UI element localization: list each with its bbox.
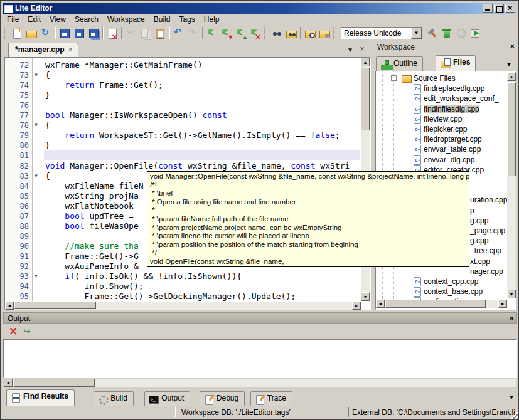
maximize-button[interactable] [494, 4, 504, 13]
editor-tab-manager-cpp[interactable]: *manager.cpp× [8, 43, 78, 57]
menu-help[interactable]: Help [200, 14, 224, 24]
output-hscrollbar[interactable]: ◄ [4, 379, 516, 387]
bookmark-clear-button[interactable] [248, 26, 262, 40]
bookmark-toggle-button[interactable] [205, 26, 219, 40]
find-symbol-button[interactable] [317, 26, 331, 40]
line-number: 73 [5, 70, 29, 80]
redo-button[interactable] [186, 26, 200, 40]
tab-close-button[interactable]: × [360, 44, 365, 53]
cpp-file-icon [412, 114, 422, 124]
bookmark-prev-button[interactable] [233, 26, 248, 40]
find-in-files-button[interactable] [284, 26, 298, 40]
tree-item[interactable]: context_cpp.cpp [376, 276, 516, 286]
tree-item[interactable]: filedroptarget.cpp [376, 134, 516, 144]
build-config-select[interactable]: Release Unicode▼ [341, 27, 422, 39]
code-text: { [45, 70, 360, 80]
line-number: 89 [5, 231, 29, 241]
tree-vscrollbar[interactable]: ▲ ▼ [507, 72, 516, 298]
run-button[interactable] [468, 26, 483, 40]
bottom-tab-label: Output [161, 394, 184, 406]
clean-button[interactable] [439, 26, 454, 40]
tree-item-label: findinfilesdlg.cpp [424, 105, 479, 113]
wrap-lines-icon[interactable] [22, 327, 33, 338]
tree-item[interactable]: envvar_table.cpp [376, 144, 516, 154]
bottom-tab-output[interactable]: Output [144, 391, 190, 406]
code-line: 82void Manager::OpenFile(const wxString … [5, 161, 370, 171]
find-in-files-icon [286, 28, 297, 39]
tab-list-dropdown-icon[interactable]: ▼ [347, 46, 353, 53]
pane-chevron-icon[interactable]: ▼ [508, 394, 515, 401]
cut-button[interactable] [124, 26, 138, 40]
tree-item[interactable]: −Source Files [376, 73, 516, 83]
workspace-tab-dropdown-icon[interactable]: ▼ [506, 61, 512, 68]
bottom-tab-debug[interactable]: Debug [200, 391, 245, 406]
stop-button[interactable] [454, 26, 468, 40]
tree-item[interactable]: nager.cpp [376, 266, 516, 276]
save-file-as-button[interactable] [72, 26, 86, 40]
reload-file-button[interactable] [38, 26, 53, 40]
toolbar-grip[interactable] [4, 27, 8, 39]
toolbar-grip[interactable] [264, 27, 268, 39]
calltip-line: * \param projectName project name, can b… [150, 224, 466, 233]
fold-marker-icon[interactable]: ▼ [35, 70, 42, 80]
save-file-button[interactable] [57, 26, 72, 40]
toolbar-grip[interactable] [333, 27, 337, 39]
output-pane-header[interactable]: Output × [3, 312, 517, 324]
status-bar: Workspace DB: './LiteEditor.tags'Externa… [3, 406, 516, 417]
undo-button[interactable] [171, 26, 186, 40]
minimize-button[interactable] [483, 4, 493, 13]
line-number: 83 [5, 171, 29, 181]
tree-item-label-fragment: g.cpp [470, 216, 488, 225]
menu-view[interactable]: View [45, 14, 70, 24]
save-all-button[interactable] [86, 26, 100, 40]
menu-edit[interactable]: Edit [23, 14, 45, 24]
bookmark-next-button[interactable] [219, 26, 233, 40]
tab-close-icon[interactable]: × [68, 45, 73, 54]
open-folder-button[interactable] [24, 26, 38, 40]
chevron-down-icon[interactable]: ▼ [411, 28, 422, 39]
files-icon [440, 58, 451, 68]
fold-marker-icon[interactable]: ▼ [35, 120, 42, 130]
close-button[interactable] [505, 4, 515, 13]
clean-icon [441, 28, 452, 39]
title-bar[interactable]: Lite Editor [3, 3, 516, 14]
menu-build[interactable]: Build [149, 14, 175, 24]
new-file-button[interactable] [9, 26, 24, 40]
tree-item[interactable]: findinfilesdlg.cpp [376, 104, 516, 114]
output-close-icon[interactable]: × [509, 313, 514, 323]
tree-item[interactable]: filepicker.cpp [376, 124, 516, 134]
code-line: 78▼{ [5, 120, 370, 130]
bottom-tab-trace[interactable]: Trace [250, 391, 292, 406]
menu-tags[interactable]: Tags [174, 14, 199, 24]
tree-item[interactable]: context_base.cpp [376, 286, 516, 297]
workspace-close-icon[interactable]: × [510, 41, 515, 51]
workspace-tab-outline[interactable]: Outline [376, 56, 423, 71]
tree-item[interactable]: fileview.cpp [376, 114, 516, 124]
clear-output-icon[interactable] [7, 327, 18, 338]
workspace-header[interactable]: Workspace × [373, 41, 517, 53]
bottom-tab-find-results[interactable]: Find Results [6, 389, 75, 406]
build-button[interactable] [425, 26, 439, 40]
tree-item[interactable]: edit_workspace_conf_ [376, 93, 516, 103]
tree-item-label: context_base.cpp [424, 287, 483, 296]
copy-button[interactable] [138, 26, 152, 40]
close-file-button[interactable] [105, 26, 119, 40]
menu-workspace[interactable]: Workspace [103, 14, 149, 24]
menu-file[interactable]: File [3, 14, 23, 24]
paste-button[interactable] [152, 26, 167, 40]
tree-item[interactable]: findreplacedlg.cpp [376, 83, 516, 93]
menu-search[interactable]: Search [70, 14, 103, 24]
tree-hscrollbar[interactable]: ◄ ► [376, 300, 507, 308]
expander-icon[interactable]: − [391, 75, 397, 81]
find-resource-button[interactable] [302, 26, 317, 40]
bottom-tab-build[interactable]: Build [94, 391, 134, 406]
fold-marker-icon[interactable]: ▼ [35, 171, 42, 181]
find-button[interactable] [269, 26, 284, 40]
editor-hscrollbar[interactable]: ◄ ► [5, 302, 361, 310]
fold-marker-icon[interactable]: ▼ [35, 271, 42, 281]
tree-item[interactable]: envvar_dlg.cpp [376, 155, 516, 165]
resize-grip[interactable] [510, 411, 518, 419]
output-text-area[interactable] [3, 339, 517, 378]
workspace-tab-files[interactable]: Files [436, 55, 476, 71]
menu-bar: FileEditViewSearchWorkspaceBuildTagsHelp [3, 14, 516, 25]
